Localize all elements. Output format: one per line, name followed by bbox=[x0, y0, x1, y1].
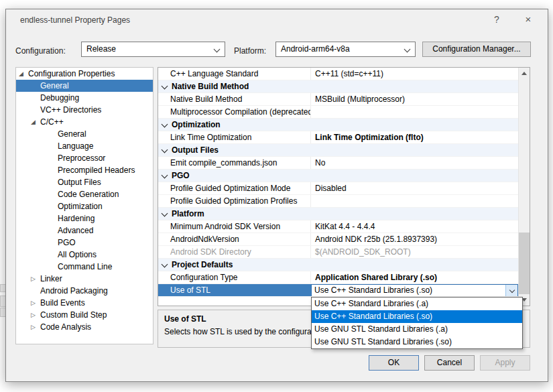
property-value[interactable]: Android NDK r25b (25.1.8937393) bbox=[311, 233, 518, 245]
tree-item-debugging[interactable]: Debugging bbox=[16, 92, 153, 104]
property-value[interactable] bbox=[311, 106, 518, 118]
tree-item-advanced[interactable]: Advanced bbox=[16, 224, 153, 237]
tree-item-general[interactable]: General bbox=[16, 80, 153, 92]
apply-button: Apply bbox=[480, 355, 530, 371]
tree-item-hardening[interactable]: Hardening bbox=[16, 212, 153, 224]
tree-expanded-icon[interactable]: ◢ bbox=[31, 116, 40, 128]
tree-item-label: Build Events bbox=[40, 297, 85, 309]
tree-item-label: PGO bbox=[58, 237, 76, 249]
use-of-stl-combobox[interactable]: Use C++ Standard Libraries (.so) bbox=[311, 284, 518, 296]
platform-combobox[interactable]: Android-arm64-v8a bbox=[275, 42, 416, 57]
property-name: Link Time Optimization bbox=[158, 131, 311, 143]
configuration-combobox[interactable]: Release bbox=[81, 42, 225, 57]
property-name: C++ Language Standard bbox=[158, 68, 311, 80]
configuration-value: Release bbox=[86, 44, 116, 54]
tree-item-preprocessor[interactable]: Preprocessor bbox=[16, 152, 153, 164]
scrollbar-up-button[interactable] bbox=[519, 68, 530, 79]
dropdown-option[interactable]: Use GNU STL Standard Libraries (.so) bbox=[312, 336, 522, 348]
tree-item-android-packaging[interactable]: Android Packaging bbox=[16, 285, 153, 297]
tree-collapsed-icon[interactable]: ▷ bbox=[31, 309, 40, 321]
tree-item-code-analysis[interactable]: ▷Code Analysis bbox=[16, 321, 153, 333]
property-name: AndroidNdkVersion bbox=[158, 233, 311, 245]
tree-item-all-options[interactable]: All Options bbox=[16, 249, 153, 261]
tree-item-c-cpp[interactable]: ◢C/C++ bbox=[16, 116, 153, 128]
tree-item-label: Code Generation bbox=[58, 188, 119, 200]
close-button[interactable]: × bbox=[514, 9, 542, 29]
configuration-manager-button[interactable]: Configuration Manager... bbox=[422, 42, 531, 57]
tree-item-label: Optimization bbox=[58, 200, 103, 212]
tree-item-label: Custom Build Step bbox=[40, 309, 107, 321]
property-row[interactable]: Configuration TypeApplication Shared Lib… bbox=[158, 271, 518, 284]
property-value[interactable]: No bbox=[311, 157, 518, 169]
tree-item-label: Linker bbox=[40, 273, 62, 285]
tree-item-label: General bbox=[58, 128, 86, 140]
property-group-row[interactable]: Native Build Method bbox=[158, 80, 518, 93]
tree-item-label: Android Packaging bbox=[40, 285, 108, 297]
tree-item-language[interactable]: Language bbox=[16, 140, 153, 152]
group-title: Project Defaults bbox=[172, 260, 233, 269]
tree-item-optimization[interactable]: Optimization bbox=[16, 200, 153, 212]
tree-item-linker[interactable]: ▷Linker bbox=[16, 273, 153, 285]
tree-collapsed-icon[interactable]: ▷ bbox=[31, 273, 40, 285]
grid-scrollbar[interactable] bbox=[518, 68, 530, 306]
tree-item-vcpp-directories[interactable]: VC++ Directories bbox=[16, 104, 153, 116]
property-value[interactable] bbox=[311, 195, 518, 207]
property-value[interactable]: MSBuild (Multiprocessor) bbox=[311, 93, 518, 105]
tree-item-code-generation[interactable]: Code Generation bbox=[16, 188, 153, 200]
dropdown-option[interactable]: Use GNU STL Standard Libraries (.a) bbox=[312, 323, 522, 336]
property-row[interactable]: C++ Language StandardC++11 (std=c++11) bbox=[158, 68, 518, 80]
tree-item-label: Code Analysis bbox=[40, 321, 91, 333]
property-group-row[interactable]: Output Files bbox=[158, 144, 518, 157]
property-value[interactable]: Link Time Optimization (flto) bbox=[311, 131, 518, 143]
property-tree: ◢Configuration Properties General Debugg… bbox=[15, 67, 153, 344]
property-row[interactable]: Multiprocessor Compilation (deprecated) bbox=[158, 106, 518, 119]
property-row[interactable]: AndroidNdkVersionAndroid NDK r25b (25.1.… bbox=[158, 233, 518, 246]
tree-item-custom-build-step[interactable]: ▷Custom Build Step bbox=[16, 309, 153, 321]
chevron-down-icon bbox=[162, 82, 168, 89]
dropdown-option-selected[interactable]: Use C++ Standard Libraries (.so) bbox=[312, 310, 522, 323]
help-button[interactable]: ? bbox=[485, 9, 509, 29]
tree-item-configuration-properties[interactable]: ◢Configuration Properties bbox=[16, 68, 153, 80]
scrollbar-thumb[interactable] bbox=[519, 233, 530, 294]
property-group-row[interactable]: PGO bbox=[158, 170, 518, 182]
property-row-use-of-stl[interactable]: Use of STL Use C++ Standard Libraries (.… bbox=[158, 284, 518, 297]
dropdown-option[interactable]: Use C++ Standard Libraries (.a) bbox=[312, 298, 522, 310]
tree-item-label: Configuration Properties bbox=[28, 68, 115, 80]
tree-expanded-icon[interactable]: ◢ bbox=[19, 68, 28, 80]
cancel-button[interactable]: Cancel bbox=[424, 355, 475, 371]
tree-item-build-events[interactable]: ▷Build Events bbox=[16, 297, 153, 309]
property-value[interactable]: Disabled bbox=[311, 182, 518, 194]
chevron-down-icon bbox=[162, 146, 168, 153]
platform-value: Android-arm64-v8a bbox=[281, 44, 350, 54]
combo-dropdown-button[interactable] bbox=[505, 285, 517, 296]
tree-item-output-files[interactable]: Output Files bbox=[16, 176, 153, 188]
combobox-value: Use C++ Standard Libraries (.so) bbox=[312, 285, 505, 296]
property-group-row[interactable]: Optimization bbox=[158, 119, 518, 131]
property-name: Profile Guided Optimization Mode bbox=[158, 182, 311, 194]
tree-collapsed-icon[interactable]: ▷ bbox=[31, 297, 40, 309]
tree-item-precompiled-headers[interactable]: Precompiled Headers bbox=[16, 164, 153, 176]
ok-button[interactable]: OK bbox=[369, 355, 419, 371]
tree-collapsed-icon[interactable]: ▷ bbox=[31, 321, 40, 333]
tree-item-label: Command Line bbox=[58, 261, 112, 273]
property-row[interactable]: Minimum Android SDK VersionKitKat 4.4 - … bbox=[158, 220, 518, 233]
property-name: Emit compile_commands.json bbox=[158, 157, 311, 169]
arrow-up-icon bbox=[521, 72, 527, 75]
group-title: Output Files bbox=[172, 145, 219, 155]
property-row[interactable]: Profile Guided Optimization ModeDisabled bbox=[158, 182, 518, 195]
property-value[interactable]: Application Shared Library (.so) bbox=[311, 271, 518, 283]
tree-item-general-cpp[interactable]: General bbox=[16, 128, 153, 140]
tree-item-command-line[interactable]: Command Line bbox=[16, 261, 153, 273]
property-group-row[interactable]: Project Defaults bbox=[158, 259, 518, 271]
platform-label: Platform: bbox=[234, 46, 266, 56]
property-row[interactable]: Link Time OptimizationLink Time Optimiza… bbox=[158, 131, 518, 144]
tree-item-pgo[interactable]: PGO bbox=[16, 237, 153, 249]
property-name: Minimum Android SDK Version bbox=[158, 220, 311, 233]
property-value[interactable]: KitKat 4.4 - 4.4.4 bbox=[311, 220, 518, 233]
property-row[interactable]: Profile Guided Optimization Profiles bbox=[158, 195, 518, 208]
chevron-down-icon bbox=[162, 172, 168, 178]
property-row[interactable]: Native Build MethodMSBuild (Multiprocess… bbox=[158, 93, 518, 106]
property-value[interactable]: C++11 (std=c++11) bbox=[311, 68, 518, 80]
property-row[interactable]: Emit compile_commands.jsonNo bbox=[158, 157, 518, 170]
property-group-row[interactable]: Platform bbox=[158, 208, 518, 220]
